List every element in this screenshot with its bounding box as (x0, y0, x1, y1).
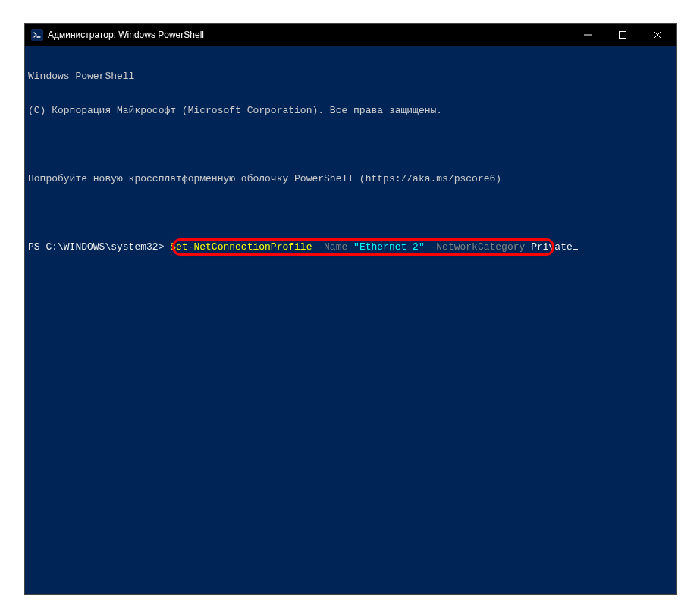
command-line: PS C:\WINDOWS\system32> Set-NetConnectio… (28, 241, 673, 275)
powershell-window: Администратор: Windows PowerShell Window… (24, 23, 677, 595)
pscore-notice: Попробуйте новую кроссплатформенную обол… (28, 173, 673, 184)
param-value-1: "Ethernet 2" (347, 241, 424, 253)
blank-line (28, 139, 673, 150)
titlebar[interactable]: Администратор: Windows PowerShell (25, 24, 676, 46)
cursor (573, 249, 578, 250)
blank-line (28, 207, 673, 219)
maximize-button[interactable] (605, 24, 640, 46)
svg-rect-1 (620, 32, 626, 39)
param-name-2: -NetworkCategory (425, 241, 526, 253)
cmdlet: Set-NetConnectionProfile (170, 241, 312, 253)
svg-rect-0 (33, 30, 42, 39)
window-controls (570, 24, 675, 46)
param-name-1: -Name (312, 241, 347, 253)
close-button[interactable] (640, 24, 675, 46)
prompt: PS C:\WINDOWS\system32> (28, 241, 170, 253)
window-title: Администратор: Windows PowerShell (48, 30, 570, 40)
terminal-output[interactable]: Windows PowerShell (C) Корпорация Майкро… (25, 46, 676, 594)
minimize-button[interactable] (570, 24, 605, 46)
ps-header-line: Windows PowerShell (28, 71, 673, 82)
copyright-line: (C) Корпорация Майкрософт (Microsoft Cor… (28, 105, 673, 116)
param-value-2: Private (525, 241, 572, 253)
powershell-icon (31, 29, 43, 41)
